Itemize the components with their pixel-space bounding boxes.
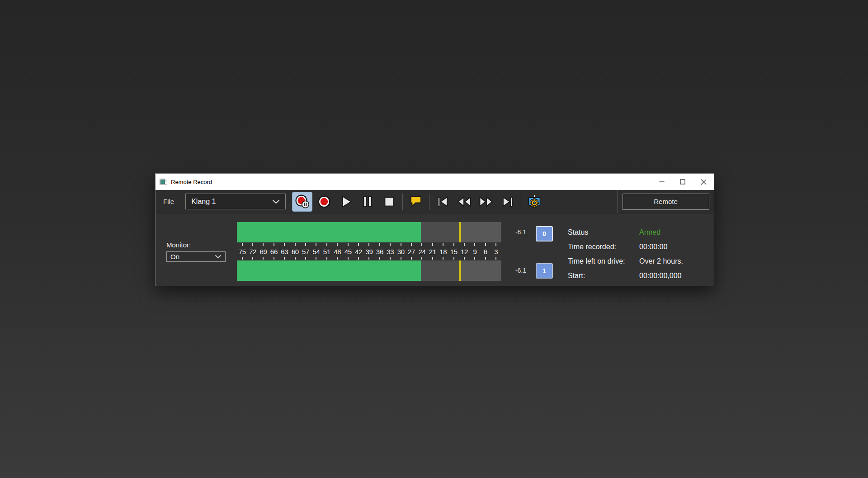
db-scale-cell: 18 [438,242,448,260]
rewind-button[interactable] [453,191,475,213]
db-scale-cell: 36 [374,242,385,260]
tick-mark [401,257,401,260]
tick-mark [242,257,243,260]
tick-mark [495,257,496,260]
chevron-down-icon [215,255,222,259]
tick-mark [274,243,274,246]
record-button[interactable] [313,191,335,213]
tick-mark [252,243,253,246]
status-row-label: Status [568,228,639,237]
file-dropdown[interactable]: Klang 1 [185,194,286,209]
db-scale-cell: 69 [258,242,269,260]
monitor-dropdown-value: On [170,253,179,260]
db-scale-number: 21 [429,248,436,255]
tick-mark [337,243,338,246]
tick-mark [295,243,296,246]
db-scale-number: 18 [439,248,447,255]
maximize-button[interactable] [672,174,693,190]
tick-mark [453,243,454,246]
db-scale-number: 33 [387,248,394,255]
db-scale-number: 54 [312,248,320,255]
db-scale-number: 42 [355,248,362,255]
go-to-start-button[interactable] [432,191,453,213]
db-scale-number: 9 [473,248,476,255]
pause-icon [359,194,376,210]
status-row-label: Start: [568,272,639,280]
db-scale-cell: 75 [237,242,247,260]
status-panel: Status Armed Time recorded: 00:00:00 Tim… [568,225,709,283]
tick-mark [379,243,380,246]
pause-button[interactable] [357,191,378,213]
status-row: Status Armed [568,225,709,240]
tick-mark [443,257,443,260]
remote-record-window: Remote Record File Klang 1 [155,173,714,286]
record-pause-button[interactable] [292,192,312,212]
db-scale-number: 30 [397,248,405,255]
tick-mark [348,257,349,260]
db-scale-cell: 57 [300,242,311,260]
status-row-label: Time recorded: [568,243,639,251]
tick-mark [284,257,285,260]
fast-forward-button[interactable] [475,191,497,213]
play-button[interactable] [335,191,357,213]
db-scale-cell: 39 [364,242,374,260]
tick-mark [432,257,433,260]
tick-mark [368,257,369,260]
tick-mark [368,243,369,246]
db-scale-number: 75 [239,248,246,255]
toolbar: File Klang 1 [156,190,714,213]
drop-marker-button[interactable] [405,191,427,213]
status-row: Start: 00:00:00,000 [568,269,709,283]
meter-peak-hold-line [459,260,461,281]
db-scale-number: 39 [365,248,373,255]
tick-mark [326,243,327,246]
tick-mark [411,243,412,246]
tick-mark [316,257,316,260]
status-row-label: Time left on drive: [568,257,639,265]
tick-mark [495,243,496,246]
monitor-dropdown[interactable]: On [166,251,226,262]
tick-mark [337,257,338,260]
record-pause-icon [294,194,311,210]
db-scale-number: 66 [270,248,278,255]
remote-button[interactable]: Remote [623,194,709,210]
tick-mark [284,243,285,246]
db-scale-cell: 6 [480,242,491,260]
db-scale-number: 57 [302,248,309,255]
tick-mark [443,243,443,246]
tick-mark [421,243,422,246]
tick-mark [464,243,465,246]
tick-mark [485,243,486,246]
file-dropdown-value: Klang 1 [191,198,216,206]
monitor-label: Monitor: [166,241,191,249]
go-to-end-button[interactable] [497,191,519,213]
tick-mark [358,243,359,246]
meter-channel-1 [237,260,501,281]
tick-mark [263,257,264,260]
status-row-value: Armed [639,228,709,237]
db-scale-cell: 48 [332,242,343,260]
close-button[interactable] [693,174,714,190]
tick-mark [485,257,486,260]
transport-buttons [291,191,545,213]
channel-1-button[interactable]: 1 [536,263,553,279]
record-options-button[interactable] [524,191,545,213]
tick-mark [242,243,243,246]
record-options-icon [526,194,542,210]
level-meters: 75 72 69 [237,222,501,281]
db-scale-number: 51 [323,248,330,255]
status-row: Time recorded: 00:00:00 [568,240,709,254]
channel-0-button[interactable]: 0 [536,226,553,241]
db-scale-cell: 24 [417,242,427,260]
db-scale-cell: 33 [385,242,396,260]
tick-mark [432,243,433,246]
window-controls [651,174,714,190]
stop-button[interactable] [378,191,400,213]
toolbar-separator [521,194,521,210]
tick-mark [326,257,327,260]
tick-mark [263,243,264,246]
record-panel: Monitor: On 75 [156,213,714,286]
minimize-button[interactable] [651,174,672,190]
meter-level-fill [237,260,421,281]
db-scale-cell: 3 [491,242,501,260]
